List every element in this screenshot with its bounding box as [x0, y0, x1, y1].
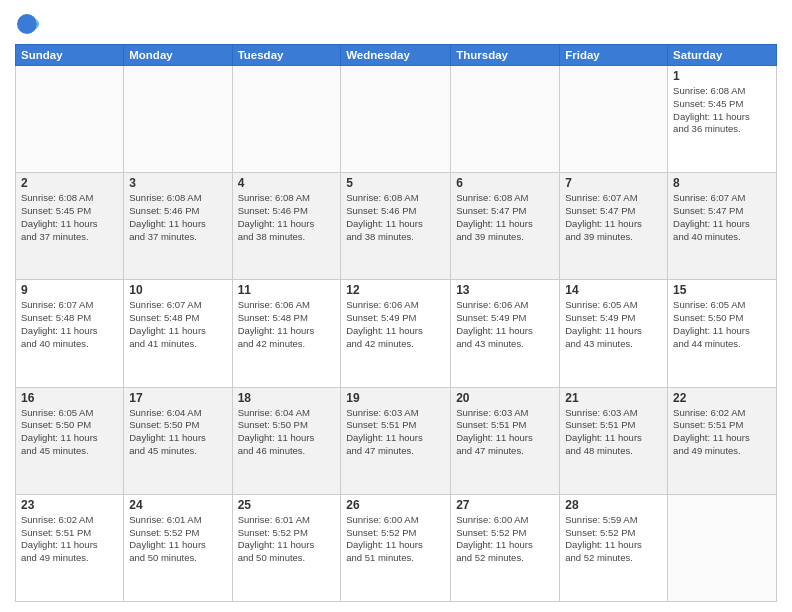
weekday-header-thursday: Thursday: [451, 45, 560, 66]
calendar-day-cell: 24Sunrise: 6:01 AM Sunset: 5:52 PM Dayli…: [124, 494, 232, 601]
weekday-header-tuesday: Tuesday: [232, 45, 341, 66]
day-number: 25: [238, 498, 336, 512]
calendar-day-cell: 7Sunrise: 6:07 AM Sunset: 5:47 PM Daylig…: [560, 173, 668, 280]
day-info: Sunrise: 6:04 AM Sunset: 5:50 PM Dayligh…: [129, 407, 226, 458]
calendar-week-row: 2Sunrise: 6:08 AM Sunset: 5:45 PM Daylig…: [16, 173, 777, 280]
svg-point-0: [17, 14, 37, 34]
calendar-day-cell: 25Sunrise: 6:01 AM Sunset: 5:52 PM Dayli…: [232, 494, 341, 601]
day-number: 10: [129, 283, 226, 297]
day-number: 12: [346, 283, 445, 297]
day-info: Sunrise: 6:07 AM Sunset: 5:47 PM Dayligh…: [565, 192, 662, 243]
calendar-table: SundayMondayTuesdayWednesdayThursdayFrid…: [15, 44, 777, 602]
calendar-day-cell: 17Sunrise: 6:04 AM Sunset: 5:50 PM Dayli…: [124, 387, 232, 494]
calendar-day-cell: [232, 66, 341, 173]
header: [15, 10, 777, 38]
day-number: 18: [238, 391, 336, 405]
calendar-day-cell: [451, 66, 560, 173]
day-number: 4: [238, 176, 336, 190]
day-info: Sunrise: 6:07 AM Sunset: 5:48 PM Dayligh…: [129, 299, 226, 350]
day-number: 1: [673, 69, 771, 83]
weekday-header-monday: Monday: [124, 45, 232, 66]
day-info: Sunrise: 6:05 AM Sunset: 5:50 PM Dayligh…: [21, 407, 118, 458]
day-number: 24: [129, 498, 226, 512]
day-info: Sunrise: 6:06 AM Sunset: 5:49 PM Dayligh…: [456, 299, 554, 350]
calendar-day-cell: 23Sunrise: 6:02 AM Sunset: 5:51 PM Dayli…: [16, 494, 124, 601]
day-info: Sunrise: 6:06 AM Sunset: 5:48 PM Dayligh…: [238, 299, 336, 350]
day-info: Sunrise: 6:07 AM Sunset: 5:48 PM Dayligh…: [21, 299, 118, 350]
day-number: 7: [565, 176, 662, 190]
weekday-header-friday: Friday: [560, 45, 668, 66]
day-info: Sunrise: 6:08 AM Sunset: 5:46 PM Dayligh…: [346, 192, 445, 243]
day-info: Sunrise: 6:08 AM Sunset: 5:45 PM Dayligh…: [673, 85, 771, 136]
calendar-day-cell: 27Sunrise: 6:00 AM Sunset: 5:52 PM Dayli…: [451, 494, 560, 601]
weekday-header-saturday: Saturday: [668, 45, 777, 66]
day-info: Sunrise: 6:05 AM Sunset: 5:50 PM Dayligh…: [673, 299, 771, 350]
calendar-day-cell: 22Sunrise: 6:02 AM Sunset: 5:51 PM Dayli…: [668, 387, 777, 494]
day-info: Sunrise: 6:04 AM Sunset: 5:50 PM Dayligh…: [238, 407, 336, 458]
calendar-day-cell: 3Sunrise: 6:08 AM Sunset: 5:46 PM Daylig…: [124, 173, 232, 280]
day-number: 19: [346, 391, 445, 405]
calendar-day-cell: 4Sunrise: 6:08 AM Sunset: 5:46 PM Daylig…: [232, 173, 341, 280]
calendar-day-cell: [124, 66, 232, 173]
calendar-day-cell: 28Sunrise: 5:59 AM Sunset: 5:52 PM Dayli…: [560, 494, 668, 601]
calendar-day-cell: 12Sunrise: 6:06 AM Sunset: 5:49 PM Dayli…: [341, 280, 451, 387]
day-info: Sunrise: 6:03 AM Sunset: 5:51 PM Dayligh…: [565, 407, 662, 458]
day-number: 5: [346, 176, 445, 190]
calendar-day-cell: [341, 66, 451, 173]
calendar-day-cell: 14Sunrise: 6:05 AM Sunset: 5:49 PM Dayli…: [560, 280, 668, 387]
calendar-day-cell: [560, 66, 668, 173]
calendar-day-cell: 1Sunrise: 6:08 AM Sunset: 5:45 PM Daylig…: [668, 66, 777, 173]
day-number: 15: [673, 283, 771, 297]
day-info: Sunrise: 6:01 AM Sunset: 5:52 PM Dayligh…: [238, 514, 336, 565]
day-info: Sunrise: 6:00 AM Sunset: 5:52 PM Dayligh…: [346, 514, 445, 565]
page: SundayMondayTuesdayWednesdayThursdayFrid…: [0, 0, 792, 612]
calendar-day-cell: 8Sunrise: 6:07 AM Sunset: 5:47 PM Daylig…: [668, 173, 777, 280]
day-number: 8: [673, 176, 771, 190]
calendar-day-cell: 9Sunrise: 6:07 AM Sunset: 5:48 PM Daylig…: [16, 280, 124, 387]
calendar-day-cell: 16Sunrise: 6:05 AM Sunset: 5:50 PM Dayli…: [16, 387, 124, 494]
calendar-day-cell: 10Sunrise: 6:07 AM Sunset: 5:48 PM Dayli…: [124, 280, 232, 387]
day-number: 11: [238, 283, 336, 297]
day-number: 28: [565, 498, 662, 512]
day-number: 6: [456, 176, 554, 190]
day-info: Sunrise: 6:02 AM Sunset: 5:51 PM Dayligh…: [21, 514, 118, 565]
calendar-day-cell: 6Sunrise: 6:08 AM Sunset: 5:47 PM Daylig…: [451, 173, 560, 280]
calendar-week-row: 1Sunrise: 6:08 AM Sunset: 5:45 PM Daylig…: [16, 66, 777, 173]
calendar-day-cell: 20Sunrise: 6:03 AM Sunset: 5:51 PM Dayli…: [451, 387, 560, 494]
day-info: Sunrise: 6:01 AM Sunset: 5:52 PM Dayligh…: [129, 514, 226, 565]
day-info: Sunrise: 6:08 AM Sunset: 5:45 PM Dayligh…: [21, 192, 118, 243]
logo: [15, 10, 47, 38]
calendar-day-cell: [668, 494, 777, 601]
day-info: Sunrise: 6:07 AM Sunset: 5:47 PM Dayligh…: [673, 192, 771, 243]
day-number: 17: [129, 391, 226, 405]
day-number: 9: [21, 283, 118, 297]
day-info: Sunrise: 6:08 AM Sunset: 5:47 PM Dayligh…: [456, 192, 554, 243]
weekday-header-wednesday: Wednesday: [341, 45, 451, 66]
calendar-day-cell: 21Sunrise: 6:03 AM Sunset: 5:51 PM Dayli…: [560, 387, 668, 494]
calendar-day-cell: [16, 66, 124, 173]
day-number: 26: [346, 498, 445, 512]
day-info: Sunrise: 6:03 AM Sunset: 5:51 PM Dayligh…: [456, 407, 554, 458]
day-number: 21: [565, 391, 662, 405]
day-info: Sunrise: 5:59 AM Sunset: 5:52 PM Dayligh…: [565, 514, 662, 565]
day-number: 20: [456, 391, 554, 405]
calendar-day-cell: 13Sunrise: 6:06 AM Sunset: 5:49 PM Dayli…: [451, 280, 560, 387]
day-number: 2: [21, 176, 118, 190]
day-info: Sunrise: 6:03 AM Sunset: 5:51 PM Dayligh…: [346, 407, 445, 458]
calendar-day-cell: 19Sunrise: 6:03 AM Sunset: 5:51 PM Dayli…: [341, 387, 451, 494]
weekday-header-row: SundayMondayTuesdayWednesdayThursdayFrid…: [16, 45, 777, 66]
calendar-week-row: 16Sunrise: 6:05 AM Sunset: 5:50 PM Dayli…: [16, 387, 777, 494]
day-number: 27: [456, 498, 554, 512]
day-number: 14: [565, 283, 662, 297]
calendar-day-cell: 5Sunrise: 6:08 AM Sunset: 5:46 PM Daylig…: [341, 173, 451, 280]
calendar-week-row: 23Sunrise: 6:02 AM Sunset: 5:51 PM Dayli…: [16, 494, 777, 601]
day-number: 22: [673, 391, 771, 405]
calendar-day-cell: 2Sunrise: 6:08 AM Sunset: 5:45 PM Daylig…: [16, 173, 124, 280]
day-number: 16: [21, 391, 118, 405]
day-info: Sunrise: 6:02 AM Sunset: 5:51 PM Dayligh…: [673, 407, 771, 458]
day-number: 13: [456, 283, 554, 297]
day-info: Sunrise: 6:05 AM Sunset: 5:49 PM Dayligh…: [565, 299, 662, 350]
calendar-day-cell: 18Sunrise: 6:04 AM Sunset: 5:50 PM Dayli…: [232, 387, 341, 494]
logo-icon: [15, 10, 43, 38]
day-info: Sunrise: 6:06 AM Sunset: 5:49 PM Dayligh…: [346, 299, 445, 350]
